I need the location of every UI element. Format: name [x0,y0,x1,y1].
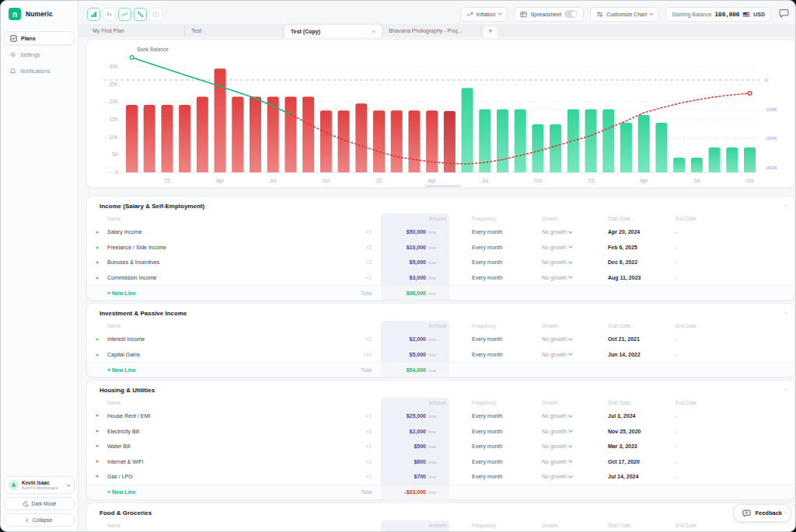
starting-balance-value[interactable]: 100,000 [715,11,740,18]
row-multiplier[interactable]: ×10 [344,352,373,357]
chart-bar[interactable] [602,110,614,172]
row-name[interactable]: Capital Gains [107,352,344,357]
remove-section-icon[interactable]: × [784,509,787,516]
row-amount-cell[interactable]: $800/mo [373,459,451,464]
row-frequency[interactable]: Every month [451,275,542,280]
row-end-date[interactable]: - [676,352,794,357]
row-start-date[interactable]: Jul 14, 2024 [608,474,676,479]
row-name[interactable]: Water Bill [107,443,344,449]
chart-bar[interactable] [215,68,226,172]
remove-section-icon[interactable]: × [784,309,787,316]
sidebar-item-notifications[interactable]: Notifications [4,64,75,78]
row-end-date[interactable]: - [676,474,794,479]
workspace-switcher[interactable]: A Kevin Isaac Kevin's Workspace [4,476,75,494]
row-multiplier[interactable]: ×1 [344,275,373,280]
new-line-button[interactable]: + New Line [87,489,373,495]
row-growth-dropdown[interactable]: No growth [542,259,608,265]
collapse-sidebar-button[interactable]: Collapse [4,513,75,527]
row-amount[interactable]: $25,000 [407,413,426,419]
currency-label[interactable]: USD [753,12,765,17]
chart-bar[interactable] [585,110,597,172]
candlestick-button[interactable] [103,8,116,21]
chart-bar[interactable] [179,105,190,172]
row-start-date[interactable]: Apr 20, 2024 [608,229,676,235]
row-end-date[interactable]: - [676,336,794,342]
row-growth-dropdown[interactable]: No growth [542,429,608,434]
sidebar-item-plans[interactable]: Plans [4,31,75,45]
row-start-date[interactable]: Nov 25, 2020 [608,429,676,434]
row-start-date[interactable]: Dec 6, 2022 [608,259,676,265]
sidebar-item-settings[interactable]: Settings [4,47,75,61]
row-frequency[interactable]: Every month [451,352,542,357]
chart-bar[interactable] [744,148,756,172]
row-amount-cell[interactable]: $25,000/mo [373,413,451,419]
row-end-date[interactable]: - [676,245,794,250]
row-growth-dropdown[interactable]: No growth [542,336,608,342]
bar-chart-button[interactable] [87,8,100,21]
row-amount-cell[interactable]: $700/mo [373,474,451,479]
row-amount-cell[interactable]: $5,000/mo [373,259,451,265]
row-growth-dropdown[interactable]: No growth [542,459,608,464]
row-amount[interactable]: $10,000 [407,245,426,250]
new-line-button[interactable]: + New Line [87,367,373,373]
row-start-date[interactable]: Mar 3, 2023 [608,443,676,449]
chart-bar[interactable] [232,97,243,172]
row-growth-dropdown[interactable]: No growth [542,443,608,449]
row-growth-dropdown[interactable]: No growth [542,275,608,280]
row-frequency[interactable]: Every month [451,429,542,434]
add-plan-button[interactable]: + [483,26,498,37]
chart-bar[interactable] [373,110,385,172]
row-start-date[interactable]: Aug 11, 2023 [608,275,676,280]
row-frequency[interactable]: Every month [451,259,542,265]
row-start-date[interactable]: Oct 21, 2021 [608,336,676,342]
row-end-date[interactable]: - [676,429,794,434]
row-end-date[interactable]: - [676,229,794,235]
row-amount[interactable]: $2,000 [410,336,426,342]
chart-bar[interactable] [285,97,296,172]
chart-bar[interactable] [462,88,473,172]
chart-bar[interactable] [250,97,261,172]
row-name[interactable]: Internet & WiFi [107,459,344,464]
waterfall-button[interactable] [134,8,147,21]
row-start-date[interactable]: Jun 14, 2022 [608,352,676,357]
row-start-date[interactable]: Feb 6, 2025 [608,245,676,250]
row-amount-cell[interactable]: $500/mo [373,443,451,449]
row-amount[interactable]: $5,000 [410,259,426,265]
row-name[interactable]: Electricity Bill [107,429,344,434]
row-growth-dropdown[interactable]: No growth [542,352,608,357]
chat-button[interactable] [777,9,791,20]
row-amount-cell[interactable]: $5,000/mo [373,352,451,357]
row-multiplier[interactable]: ×1 [344,413,373,419]
inflation-dropdown[interactable]: Inflation [460,7,508,22]
chart-bar[interactable] [726,148,738,172]
row-name[interactable]: House Rent / EMI [107,413,344,419]
chart-bar[interactable] [532,124,543,172]
row-amount[interactable]: $3,000 [410,275,426,280]
row-start-date[interactable]: Jul 3, 2024 [608,413,676,419]
spreadsheet-toggle[interactable] [564,10,578,18]
dark-mode-button[interactable]: Dark Mode [4,497,75,510]
row-name[interactable]: Commission Income [107,275,344,280]
chart-bar[interactable] [620,123,632,172]
chart-bar[interactable] [320,110,332,172]
row-amount[interactable]: $5,000 [410,352,426,357]
customize-chart-dropdown[interactable]: Customize Chart [590,7,659,22]
row-amount-cell[interactable]: $3,000/mo [373,275,451,280]
chart-bar[interactable] [144,105,155,172]
row-multiplier[interactable]: ×1 [344,443,373,449]
row-end-date[interactable]: - [676,259,794,265]
chart-bar[interactable] [302,97,314,172]
chart-bar[interactable] [515,110,526,172]
new-line-button[interactable]: + New Line [87,290,373,296]
chart-bar[interactable] [408,110,420,172]
row-amount[interactable]: $50,000 [407,229,426,235]
row-amount-cell[interactable]: $2,000/mo [373,429,451,434]
chart-bar[interactable] [391,110,403,172]
row-multiplier[interactable]: ×1 [344,229,373,235]
row-name[interactable]: Salary Income [107,229,344,235]
chart-bar[interactable] [355,103,367,172]
row-end-date[interactable]: - [676,413,794,419]
row-name[interactable]: Gas / LPG [107,474,344,479]
chart-bar[interactable] [161,105,173,172]
row-growth-dropdown[interactable]: No growth [542,413,608,419]
